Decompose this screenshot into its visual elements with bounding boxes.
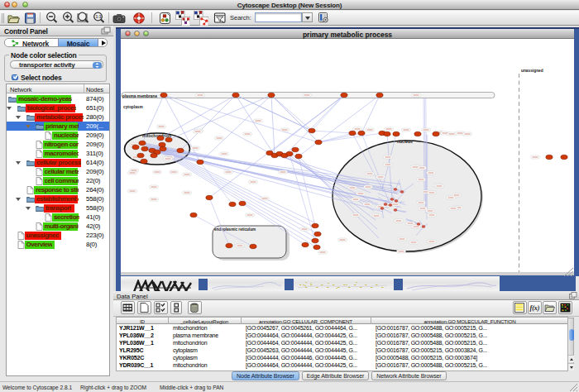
svg-text:unassigned: unassigned bbox=[521, 69, 543, 73]
svg-text:cytoplasm: cytoplasm bbox=[123, 105, 143, 109]
svg-text:nucleus: nucleus bbox=[397, 139, 413, 144]
svg-text:plasma membrane: plasma membrane bbox=[122, 94, 157, 98]
svg-text:endoplasmic reticulum: endoplasmic reticulum bbox=[214, 227, 256, 232]
svg-text:f(x): f(x) bbox=[530, 304, 540, 312]
svg-text:1:1: 1:1 bbox=[95, 14, 101, 19]
